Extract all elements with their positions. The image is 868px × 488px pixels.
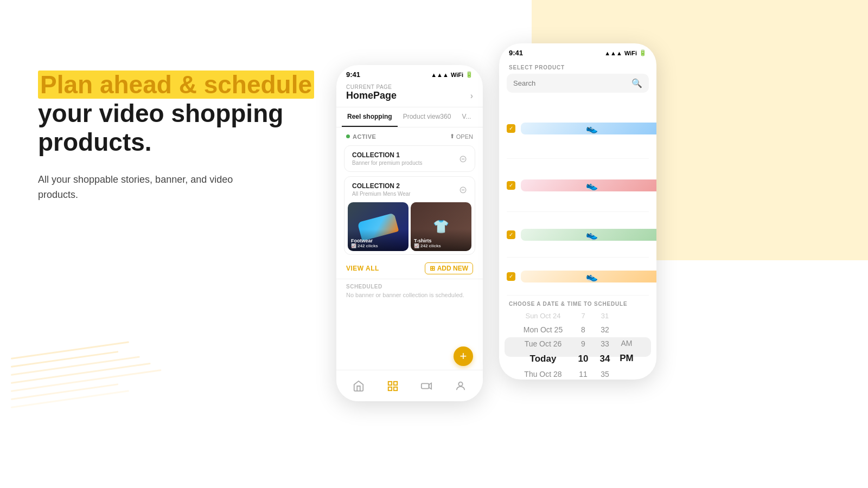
status-icons-2: ▲▲▲ WiFi 🔋 [604,49,647,56]
tab-reel-shopping[interactable]: Reel shopping [342,107,398,127]
date-column: Sun Oct 24 Mon Oct 25 Tue Oct 26 Today T… [518,309,572,380]
search-input[interactable] [513,79,627,87]
scheduled-section: SCHEDULED No banner or banner collection… [336,279,483,303]
ampm-am: AM [616,336,637,350]
product-checkbox-0[interactable]: ✓ [507,124,515,133]
check-icon-3: ✓ [509,273,513,279]
collapse-icon-2[interactable]: ⊝ [459,184,467,196]
hour-row-2: 9 [572,337,594,351]
product-list-item-2: ✓ 👟 Converse Chuck Taylor hi... Shoes [507,212,649,258]
headline-orange: Plan ahead & schedule [38,70,314,99]
current-page-title: HomePage › [346,90,473,101]
product-clicks-tshirt: 📈 242 clicks [414,243,468,248]
collection-1-title: COLLECTION 1 [352,151,423,159]
min-row-1: 32 [594,323,616,337]
collapse-icon-1[interactable]: ⊝ [459,153,467,165]
check-icon-2: ✓ [509,232,513,237]
deco-lines [11,358,152,455]
hour-row-0: 7 [572,309,594,323]
headline-black-2: products. [38,128,152,156]
product-checkbox-1[interactable]: ✓ [507,181,515,190]
chevron-right-icon: › [470,91,473,101]
product-checkbox-3[interactable]: ✓ [507,272,515,281]
product-grid: Footwear 📈 242 clicks 👕 T-shirts [344,202,475,254]
left-section: Plan ahead & schedule your video shoppin… [38,70,331,203]
svg-rect-2 [388,387,392,390]
min-row-today: 34 [594,351,616,367]
headline-black-1: your video shopping [38,99,283,127]
product-thumb-small-1: 👟 [521,179,656,191]
wifi-icon-2: WiFi [624,50,637,56]
signal-icon: ▲▲▲ [431,72,449,78]
min-row-4: 35 [594,367,616,380]
open-button[interactable]: ⬆ OPEN [450,133,473,140]
nav-profile[interactable] [454,380,467,393]
product-thumb-tshirt[interactable]: 👕 T-shirts 📈 242 clicks [411,202,471,251]
svg-rect-3 [394,387,397,390]
add-new-button[interactable]: ⊞ ADD NEW [425,262,473,274]
nav-video[interactable] [420,380,433,393]
nav-grid[interactable] [386,380,399,393]
choose-date-label: CHOOSE A DATE & TIME TO SCHEDULE [499,296,656,309]
svg-rect-1 [394,381,397,384]
product-thumb-small-3: 👟 [521,271,656,282]
hour-column: 7 8 9 10 11 12 1 [572,309,594,380]
product-thumb-small-0: 👟 [521,123,656,134]
product-label-tshirt: T-shirts 📈 242 clicks [411,229,471,251]
product-clicks-footwear: 📈 242 clicks [351,243,405,248]
ampm-spacer-top [616,321,637,336]
svg-point-6 [458,382,462,386]
svg-rect-4 [422,383,429,388]
status-row: ACTIVE ⬆ OPEN [336,127,483,143]
tabs-row: Reel shopping Product view360 V... [336,107,483,127]
check-icon-1: ✓ [509,182,513,188]
active-badge: ACTIVE [346,133,376,140]
collection-1-card: COLLECTION 1 Banner for premium products… [344,145,475,172]
product-thumb-footwear[interactable]: Footwear 📈 242 clicks [348,202,409,251]
status-time-2: 9:41 [509,49,523,57]
select-product-label: SELECT PRODUCT [499,60,656,74]
product-label-footwear: Footwear 📈 242 clicks [348,229,409,251]
status-icons-1: ▲▲▲ WiFi 🔋 [431,71,473,78]
phone-2: 9:41 ▲▲▲ WiFi 🔋 SELECT PRODUCT 🔍 ✓ 👟 K S… [499,43,656,380]
time-columns: Sun Oct 24 Mon Oct 25 Tue Oct 26 Today T… [499,309,656,380]
headline: Plan ahead & schedule your video shoppin… [38,70,331,157]
min-row-2: 33 [594,337,616,351]
product-checkbox-2[interactable]: ✓ [507,230,515,239]
date-row-4: Thu Oct 28 [518,367,568,380]
tab-product-view[interactable]: Product view360 [398,107,457,127]
time-picker[interactable]: Sun Oct 24 Mon Oct 25 Tue Oct 26 Today T… [499,309,656,380]
status-time-1: 9:41 [346,70,360,79]
product-list: ✓ 👟 K Swiss Cr Terrati Blue Or... Shoes … [499,98,656,296]
product-thumb-small-2: 👟 [521,229,656,241]
nav-home[interactable] [352,380,365,393]
view-all-row: VIEW ALL ⊞ ADD NEW [336,258,483,279]
product-list-item-1: ✓ 👟 Nike Air Zoom G.T. Cut 2 Shoes [507,159,649,212]
date-row-1: Mon Oct 25 [518,323,568,337]
status-bar-1: 9:41 ▲▲▲ WiFi 🔋 [336,65,483,82]
ampm-spacer-bottom [616,367,637,380]
search-icon: 🔍 [631,78,642,88]
collection-2-card: COLLECTION 2 All Premium Mens Wear ⊝ Foo… [344,176,475,255]
tab-more[interactable]: V... [456,107,476,127]
view-all-button[interactable]: VIEW ALL [346,265,379,272]
battery-icon-2: 🔋 [639,49,647,56]
ampm-column: AM PM [616,309,637,380]
collection-2-header: COLLECTION 2 All Premium Mens Wear ⊝ [344,177,475,202]
active-dot [346,134,350,138]
hour-row-today: 10 [572,351,594,367]
date-row-2: Tue Oct 26 [518,337,568,351]
status-bar-2: 9:41 ▲▲▲ WiFi 🔋 [499,43,656,60]
svg-rect-0 [388,381,392,384]
date-row-0: Sun Oct 24 [518,309,568,323]
scheduled-label: SCHEDULED [346,284,473,290]
hour-row-1: 8 [572,323,594,337]
collection-1-sub: Banner for premium products [352,160,423,166]
minute-column: 31 32 33 34 35 36 37 [594,309,616,380]
search-bar[interactable]: 🔍 [507,74,649,93]
phones-area: 9:41 ▲▲▲ WiFi 🔋 CURRENT PAGE HomePage › … [336,33,656,401]
phone-1: 9:41 ▲▲▲ WiFi 🔋 CURRENT PAGE HomePage › … [336,65,483,401]
fab-button[interactable]: + [454,346,473,366]
collection-2-sub: All Premium Mens Wear [352,191,411,197]
wifi-icon: WiFi [451,72,463,78]
